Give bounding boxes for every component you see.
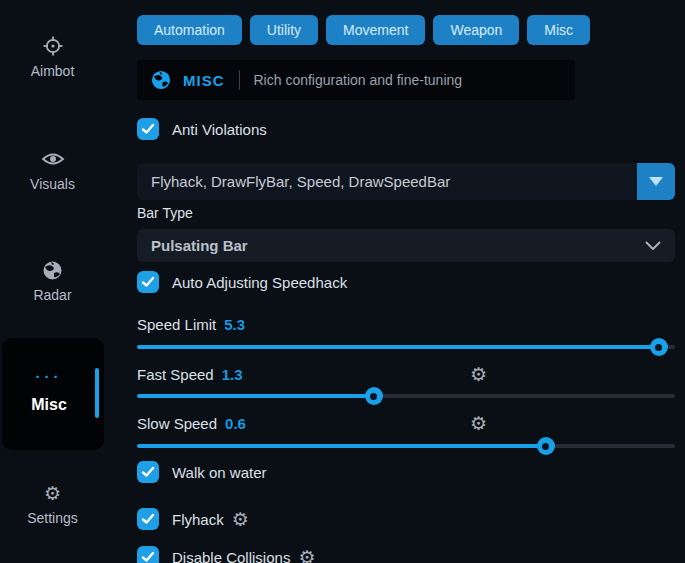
slider-handle[interactable] bbox=[537, 437, 555, 455]
sidebar-item-label: Aimbot bbox=[31, 63, 75, 79]
checkbox-label: Disable Collisions bbox=[172, 549, 290, 563]
bar-type-label: Bar Type bbox=[137, 205, 675, 221]
triangle-down-icon bbox=[649, 177, 663, 186]
gear-icon: ⚙ bbox=[44, 481, 61, 505]
tab-utility[interactable]: Utility bbox=[250, 15, 318, 45]
sidebar-item-radar[interactable]: Radar bbox=[0, 258, 105, 303]
slider-fill bbox=[137, 345, 659, 349]
gear-icon[interactable]: ⚙ bbox=[298, 548, 315, 563]
slider-value: 0.6 bbox=[225, 415, 246, 432]
cheat-menu-window: Aimbot Visuals Radar ··· Misc ⚙ Se bbox=[0, 0, 685, 563]
bar-type-select[interactable]: Pulsating Bar bbox=[137, 229, 675, 262]
sidebar-item-misc-selected[interactable]: ··· Misc bbox=[2, 338, 104, 450]
section-title: MISC bbox=[183, 72, 225, 89]
select-value: Pulsating Bar bbox=[151, 237, 248, 254]
section-subtitle: Rich configuration and fine-tuning bbox=[254, 72, 463, 88]
fast-speed-slider[interactable] bbox=[137, 386, 675, 406]
checkbox-checked-icon[interactable] bbox=[137, 118, 159, 140]
slider-label: Speed Limit bbox=[137, 316, 216, 333]
selected-accent-bar bbox=[95, 368, 99, 418]
checkbox-flyhack[interactable]: Flyhack ⚙ bbox=[137, 507, 675, 531]
slider-label: Slow Speed bbox=[137, 415, 217, 432]
checkbox-label: Walk on water bbox=[172, 464, 266, 481]
checkbox-checked-icon[interactable] bbox=[137, 546, 159, 563]
checkbox-auto-adjusting-speedhack[interactable]: Auto Adjusting Speedhack bbox=[137, 270, 675, 294]
tab-misc[interactable]: Misc bbox=[527, 15, 590, 45]
checkbox-disable-collisions[interactable]: Disable Collisions ⚙ bbox=[137, 545, 675, 563]
multiselect-value: Flyhack, DrawFlyBar, Speed, DrawSpeedBar bbox=[137, 173, 637, 190]
tab-movement[interactable]: Movement bbox=[326, 15, 425, 45]
fast-speed-row: Fast Speed 1.3 ⚙ bbox=[137, 364, 675, 384]
globe-icon bbox=[42, 258, 63, 282]
eye-icon bbox=[41, 147, 65, 171]
slider-label: Fast Speed bbox=[137, 366, 214, 383]
slider-handle[interactable] bbox=[365, 387, 383, 405]
checkbox-checked-icon[interactable] bbox=[137, 508, 159, 530]
slider-fill bbox=[137, 394, 374, 398]
checkbox-label: Flyhack bbox=[172, 511, 224, 528]
checkbox-checked-icon[interactable] bbox=[137, 271, 159, 293]
slider-value: 5.3 bbox=[224, 316, 245, 333]
slider-fill bbox=[137, 444, 546, 448]
checkbox-anti-violations[interactable]: Anti Violations bbox=[137, 117, 675, 141]
sidebar-item-label: Radar bbox=[33, 287, 71, 303]
slow-speed-slider[interactable] bbox=[137, 436, 675, 456]
sidebar-item-settings[interactable]: ⚙ Settings bbox=[0, 481, 105, 526]
multiselect-dropdown-button[interactable] bbox=[637, 163, 675, 200]
sidebar-item-aimbot[interactable]: Aimbot bbox=[0, 34, 105, 79]
chevron-down-icon bbox=[645, 241, 661, 251]
tab-weapon[interactable]: Weapon bbox=[433, 15, 519, 45]
sidebar: Aimbot Visuals Radar ··· Misc ⚙ Se bbox=[0, 0, 110, 563]
slow-speed-row: Slow Speed 0.6 ⚙ bbox=[137, 413, 675, 433]
gear-icon[interactable]: ⚙ bbox=[232, 510, 249, 529]
header-divider bbox=[239, 70, 240, 90]
globe-icon bbox=[151, 70, 171, 90]
slider-value: 1.3 bbox=[222, 366, 243, 383]
checkbox-label: Anti Violations bbox=[172, 121, 267, 138]
speed-limit-row: Speed Limit 5.3 bbox=[137, 314, 675, 334]
crosshair-icon bbox=[42, 34, 64, 58]
checkbox-label: Auto Adjusting Speedhack bbox=[172, 274, 347, 291]
main-panel: Automation Utility Movement Weapon Misc … bbox=[110, 0, 685, 563]
bar-multiselect[interactable]: Flyhack, DrawFlyBar, Speed, DrawSpeedBar bbox=[137, 163, 675, 200]
sidebar-item-visuals[interactable]: Visuals bbox=[0, 147, 105, 192]
sidebar-item-label: Settings bbox=[27, 510, 78, 526]
gear-icon[interactable]: ⚙ bbox=[470, 414, 487, 433]
speed-limit-slider[interactable] bbox=[137, 337, 675, 357]
sidebar-item-label: Visuals bbox=[30, 176, 75, 192]
slider-handle[interactable] bbox=[650, 338, 668, 356]
tab-automation[interactable]: Automation bbox=[137, 15, 242, 45]
sidebar-item-label: Misc bbox=[2, 396, 96, 414]
checkbox-walk-on-water[interactable]: Walk on water bbox=[137, 460, 675, 484]
section-header: MISC Rich configuration and fine-tuning bbox=[137, 60, 575, 100]
category-tabs: Automation Utility Movement Weapon Misc bbox=[137, 15, 675, 45]
ellipsis-icon: ··· bbox=[2, 368, 96, 385]
gear-icon[interactable]: ⚙ bbox=[470, 365, 487, 384]
checkbox-checked-icon[interactable] bbox=[137, 461, 159, 483]
